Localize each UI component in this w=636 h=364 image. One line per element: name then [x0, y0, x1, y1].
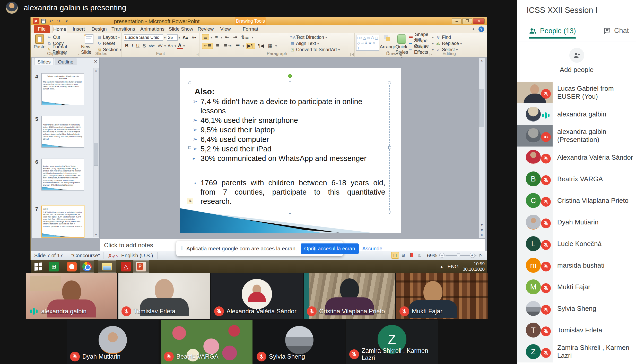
cut-button[interactable]: ✂Cut — [47, 35, 81, 40]
video-tile[interactable]: Tomislav Frleta — [118, 273, 210, 319]
grow-font-icon[interactable]: A▴ — [181, 35, 189, 40]
slide-sorter-view-icon[interactable]: ⊟ — [399, 252, 407, 259]
resize-handle[interactable] — [188, 81, 191, 84]
video-tile[interactable]: Mukti Fajar — [396, 273, 488, 319]
reset-button[interactable]: ↻Reset — [97, 41, 121, 46]
language-indicator[interactable]: English (U.S.) — [121, 253, 153, 259]
slide-editing-area[interactable]: Also: ➢7,4 % didn’t have a device to par… — [180, 68, 401, 233]
reading-view-icon[interactable]: 📕 — [408, 252, 415, 259]
normal-view-icon[interactable]: ◫ — [391, 252, 399, 259]
find-button[interactable]: ⚲Find — [436, 35, 462, 40]
qat-dropdown-icon[interactable]: ▾ — [64, 18, 70, 24]
undo-icon[interactable]: ↶ — [48, 18, 54, 24]
scrollbar-thumb[interactable] — [94, 143, 98, 166]
participant-row[interactable]: alexandra galbin — [517, 103, 636, 125]
resize-handle[interactable] — [289, 211, 291, 214]
rtl-direction-button[interactable]: ¶◀ — [257, 43, 265, 49]
zoom-in-icon[interactable]: + — [470, 253, 475, 258]
align-center-button[interactable]: ≣ — [214, 43, 221, 49]
language-indicator[interactable]: ENG — [448, 264, 459, 270]
participant-row[interactable]: Sylvia Sheng — [517, 298, 636, 319]
numbering-dropdown-icon[interactable]: ▾ — [221, 35, 222, 39]
character-spacing-button[interactable]: AV — [156, 44, 164, 48]
video-tile[interactable]: Alexandra Valéria Sándor — [211, 273, 303, 319]
media-player-taskbar-icon[interactable] — [67, 261, 77, 272]
chrome-taskbar-icon[interactable] — [82, 261, 92, 272]
decrease-indent-icon[interactable]: ⇤ — [224, 34, 230, 40]
title-bar[interactable]: P 💾 ↶ ↷ ▾ presentation - Microsoft Power… — [31, 17, 487, 25]
spellcheck-icon[interactable]: ✗⤺ — [108, 253, 118, 259]
start-button[interactable] — [33, 261, 43, 272]
columns-dropdown-icon[interactable]: ▾ — [275, 44, 277, 48]
slide-bullet-list[interactable]: ➢7,4 % didn’t have a device to participa… — [193, 97, 385, 163]
minimize-button[interactable]: – — [452, 18, 461, 24]
scrollbar-thumb[interactable] — [480, 89, 484, 127]
next-slide-button[interactable]: ⇊ — [479, 233, 485, 238]
taskbar-clock[interactable]: 10:59 30.10.2020 — [463, 261, 485, 272]
autofit-options-button[interactable]: ⇅ — [187, 198, 193, 204]
slide-thumbnail-4[interactable]: 4 School participation. Challenges in Ro… — [41, 73, 84, 105]
change-case-button[interactable]: Aa — [167, 44, 174, 48]
justify-button[interactable]: ☰ — [234, 43, 241, 49]
slide-thumbnail-7-selected[interactable]: 7 Also: 7,4 % didn't have a device to pa… — [41, 206, 84, 238]
tab-home[interactable]: Home — [52, 25, 67, 33]
vertical-scrollbar[interactable]: ▲ ▼ ⇈ ⇊ — [479, 58, 485, 238]
ltr-direction-button[interactable]: ▶¶ — [246, 43, 255, 49]
layout-button[interactable]: ▤Layout▾ — [97, 35, 121, 40]
participant-row[interactable]: M Mukti Fajar — [517, 276, 636, 298]
video-tile[interactable]: Z Zamira Shkreli , Karmen Lazri — [346, 320, 438, 364]
slideshow-view-icon[interactable]: ⚿ — [416, 252, 424, 259]
increase-indent-icon[interactable]: ⇥ — [232, 34, 238, 40]
participant-row[interactable]: m marsida bushati — [517, 254, 636, 276]
tab-people[interactable]: People (13) — [529, 27, 576, 35]
align-left-button[interactable]: ⇤≣ — [202, 43, 213, 49]
font-dialog-launcher-icon[interactable]: ↘ — [195, 53, 198, 56]
scroll-down-icon[interactable]: ▼ — [479, 222, 485, 228]
scroll-up-icon[interactable]: ▲ — [93, 68, 99, 73]
resize-handle[interactable] — [188, 146, 191, 149]
participant-row[interactable]: C Cristina Vilaplana Prieto — [517, 190, 636, 211]
align-text-button[interactable]: ▤Align Text▾ — [290, 41, 340, 46]
fit-to-window-icon[interactable]: ⇱ — [477, 252, 485, 259]
font-size-dropdown-icon[interactable]: ▾ — [179, 36, 180, 40]
shapes-gallery[interactable]: □○△▭⬠▢◇⇒⇓★☀⤵~∿{}☆↕ — [356, 35, 379, 51]
font-color-dropdown-icon[interactable]: ▾ — [183, 44, 185, 48]
paste-button[interactable]: Paste — [32, 34, 47, 50]
panel-close-icon[interactable]: ✕ — [94, 59, 97, 64]
participant-row[interactable]: L Lucie Konečná — [517, 233, 636, 254]
tab-review[interactable]: Review — [197, 25, 214, 33]
text-direction-button[interactable]: ⇅AText Direction▾ — [290, 35, 340, 40]
hide-notification-link[interactable]: Ascunde — [362, 246, 382, 252]
underline-button[interactable]: U — [135, 43, 141, 49]
participant-row[interactable]: Lucas Gabriel from EUSER (You) — [517, 82, 636, 103]
rotate-handle[interactable] — [288, 74, 292, 78]
change-case-dropdown-icon[interactable]: ▾ — [175, 44, 176, 48]
resize-handle[interactable] — [388, 146, 391, 149]
video-tile[interactable]: Beatrix VARGA — [161, 320, 252, 364]
resize-handle[interactable] — [388, 81, 391, 84]
align-right-button[interactable]: ≣⇥ — [222, 43, 233, 49]
font-color-button[interactable]: A — [177, 43, 183, 49]
file-explorer-taskbar-icon[interactable] — [102, 261, 112, 272]
participant-row[interactable]: Alexandra Valéria Sándor — [517, 147, 636, 168]
tab-file[interactable]: File — [34, 25, 50, 33]
numbering-button[interactable]: ≡ — [214, 35, 219, 40]
zoom-out-icon[interactable]: − — [439, 253, 445, 258]
slide-paragraph[interactable]: •1769 parents with children between 6-18… — [193, 178, 385, 206]
tab-view[interactable]: View — [219, 25, 232, 33]
participant-row[interactable]: B Beatrix VARGA — [517, 168, 636, 190]
restore-button[interactable]: ❐ — [462, 18, 472, 24]
line-spacing-dropdown-icon[interactable]: ▾ — [252, 35, 254, 39]
stop-sharing-button[interactable]: Opriți accesul la ecran — [301, 243, 359, 254]
bullets-dropdown-icon[interactable]: ▾ — [211, 35, 212, 39]
tab-chat[interactable]: Chat — [603, 27, 629, 35]
tab-format[interactable]: Format — [241, 25, 260, 33]
panel-scrollbar[interactable]: ▲ ▼ — [93, 68, 99, 237]
outline-tab[interactable]: Outline — [55, 58, 76, 65]
slide-canvas[interactable]: Also: ➢7,4 % didn’t have a device to par… — [100, 58, 478, 238]
tab-insert[interactable]: Insert — [71, 25, 87, 33]
powerpoint-taskbar-icon[interactable] — [136, 261, 146, 272]
help-icon[interactable]: ? — [478, 26, 484, 32]
resize-handle[interactable] — [188, 211, 191, 214]
text-shadow-button[interactable]: S — [141, 43, 147, 49]
